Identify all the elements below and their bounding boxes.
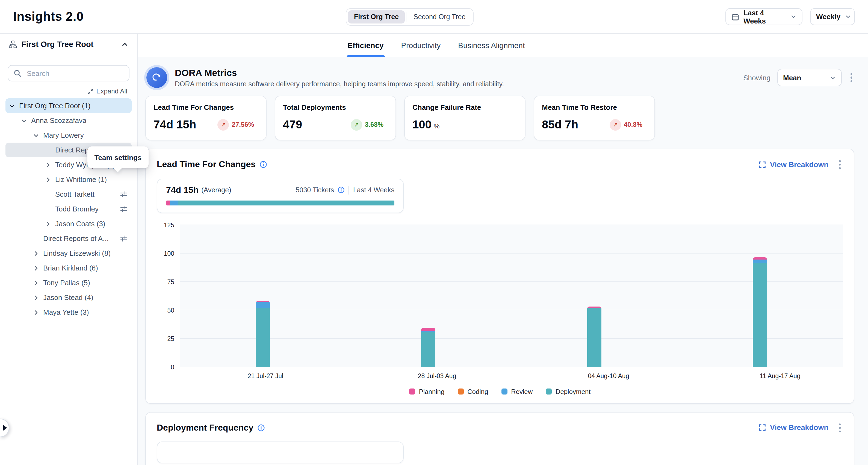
org-tree-sidebar: First Org Tree Root Expand All First Org… (0, 34, 138, 465)
info-icon[interactable] (338, 186, 345, 193)
calendar-icon (732, 13, 739, 21)
chart-bar-28-jul-03-aug[interactable] (422, 328, 436, 367)
chevron-right-icon[interactable] (32, 294, 40, 301)
metric-card-delta-bad: ↗27.56% (218, 119, 254, 130)
metric-card-value-row: 74d 15h↗27.56% (154, 118, 258, 131)
chevron-down-icon (790, 14, 797, 20)
chevron-right-icon (3, 425, 7, 431)
tree-item-todd-bromley[interactable]: Todd Bromley (5, 202, 132, 216)
collapse-sidebar-chevron-up-icon[interactable] (121, 41, 128, 48)
chevron-right-icon[interactable] (44, 220, 53, 227)
tree-item-tony-pallas-5[interactable]: Tony Pallas (5) (5, 275, 132, 290)
chevron-down-icon[interactable] (8, 102, 17, 109)
view-breakdown-button[interactable]: View Breakdown (759, 424, 828, 432)
tree-item-label: Direct Reports of A... (43, 235, 109, 243)
tree-item-mary-lowery[interactable]: Mary Lowery (5, 128, 132, 143)
tree-item-liz-whittome-1[interactable]: Liz Whittome (1) (5, 172, 132, 187)
tooltip-text: Team settings (94, 153, 142, 161)
tree-item-first-org-tree-root-1[interactable]: First Org Tree Root (1) (5, 98, 132, 113)
tree-item-anna-scozzafava[interactable]: Anna Scozzafava (5, 113, 132, 128)
info-icon[interactable] (259, 161, 267, 168)
tree-item-scott-tarkett[interactable]: Scott Tarkett (5, 187, 132, 202)
bar-segment-planning (422, 328, 436, 331)
toggle-first-org-tree[interactable]: First Org Tree (348, 10, 405, 24)
dora-kebab-menu[interactable] (848, 71, 854, 85)
toggle-second-org-tree[interactable]: Second Org Tree (407, 10, 471, 24)
metric-card-change-failure-rate: Change Failure Rate100% (404, 96, 526, 141)
dora-description: DORA metrics measure software delivery p… (175, 80, 504, 88)
aggregation-select[interactable]: Mean (777, 69, 841, 86)
chevron-down-icon (830, 74, 836, 81)
y-tick-label: 0 (171, 364, 174, 370)
tree-item-lindsay-liszewski-8[interactable]: Lindsay Liszewski (8) (5, 246, 132, 261)
expand-all-button[interactable]: Expand All (0, 87, 127, 95)
chevron-down-icon[interactable] (20, 117, 28, 124)
tree-item-label: Jason Coats (3) (55, 220, 105, 228)
tree-item-jason-stead-4[interactable]: Jason Stead (4) (5, 290, 132, 305)
chevron-right-icon[interactable] (44, 176, 53, 183)
gridline-25 (180, 338, 843, 339)
legend-label: Review (511, 388, 533, 395)
metric-card-lead-time-for-changes: Lead Time For Changes74d 15h↗27.56% (145, 96, 267, 141)
metric-card-total-deployments: Total Deployments479↗3.68% (275, 96, 396, 141)
chart-bar-11-aug-17-aug[interactable] (753, 258, 767, 367)
team-settings-icon[interactable] (120, 191, 127, 198)
tab-productivity[interactable]: Productivity (400, 34, 442, 57)
view-breakdown-button[interactable]: View Breakdown (759, 161, 828, 169)
legend-swatch-coding (458, 389, 464, 395)
metric-card-delta-bad: ↗40.8% (610, 119, 642, 130)
summary-qualifier: (Average) (201, 186, 231, 194)
deployment-frequency-title: Deployment Frequency (157, 423, 253, 433)
legend-swatch-review (501, 389, 507, 395)
stackbar-segment-deployment (178, 200, 394, 205)
chevron-right-icon[interactable] (44, 161, 53, 168)
dora-controls: Showing Mean (743, 69, 854, 86)
chevron-right-icon[interactable] (32, 279, 40, 286)
expand-all-label: Expand All (96, 87, 127, 95)
chart-bar-21-jul-27-jul[interactable] (256, 301, 270, 367)
legend-item-coding: Coding (458, 388, 488, 395)
deployment-card-header: Deployment Frequency View Breakdown (157, 421, 843, 434)
gridline-75 (180, 281, 843, 282)
team-settings-icon[interactable] (120, 235, 127, 242)
search-input[interactable] (26, 69, 124, 78)
chevron-right-icon[interactable] (32, 250, 40, 256)
legend-label: Deployment (556, 388, 590, 395)
chevron-right-icon[interactable] (32, 265, 40, 271)
metric-card-value: 100% (412, 118, 439, 131)
chart-bar-04-aug-10-aug[interactable] (587, 307, 601, 367)
y-tick-label: 25 (167, 335, 174, 342)
granularity-value: Weekly (816, 12, 840, 21)
granularity-select[interactable]: Weekly (810, 8, 855, 25)
x-axis-label: 11 Aug-17 Aug (760, 372, 800, 379)
tab-business-alignment[interactable]: Business Alignment (457, 34, 526, 57)
tree-item-label: Mary Lowery (43, 131, 84, 140)
tab-efficiency[interactable]: Efficiency (346, 34, 384, 57)
chart-legend: PlanningCodingReviewDeployment (157, 388, 843, 395)
legend-item-deployment: Deployment (546, 388, 590, 395)
lead-time-kebab-menu[interactable] (837, 158, 843, 171)
bar-segment-planning (753, 258, 767, 260)
metric-card-value-row: 100% (412, 118, 517, 131)
insights-app: Insights 2.0 First Org Tree Second Org T… (0, 0, 868, 465)
tree-item-maya-yette-3[interactable]: Maya Yette (3) (5, 305, 132, 320)
chevron-right-icon[interactable] (32, 309, 40, 315)
deployment-kebab-menu[interactable] (837, 421, 843, 434)
lead-time-summary: 74d 15h (Average) 5030 Tickets Last 4 We… (157, 178, 404, 213)
toggle-divider (406, 12, 406, 22)
stackbar-segment-planning (166, 200, 169, 205)
tree-item-brian-kirkland-6[interactable]: Brian Kirkland (6) (5, 261, 132, 275)
metric-card-value-row: 479↗3.68% (283, 118, 388, 131)
lead-time-card: Lead Time For Changes View Breakdown (145, 149, 854, 404)
date-range-select[interactable]: Last 4 Weeks (725, 8, 802, 25)
header-controls: Last 4 Weeks Weekly (725, 8, 855, 25)
chevron-down-icon[interactable] (32, 132, 40, 138)
tree-item-jason-coats-3[interactable]: Jason Coats (3) (5, 216, 132, 231)
main-content: DORA Metrics DORA metrics measure softwa… (138, 57, 868, 465)
expand-all-icon (88, 88, 94, 94)
metric-card-value: 74d 15h (154, 118, 196, 131)
team-settings-icon[interactable] (120, 206, 127, 213)
info-icon[interactable] (257, 424, 265, 432)
tree-item-direct-reports-of-a[interactable]: Direct Reports of A... (5, 231, 132, 246)
gridline-50 (180, 310, 843, 310)
